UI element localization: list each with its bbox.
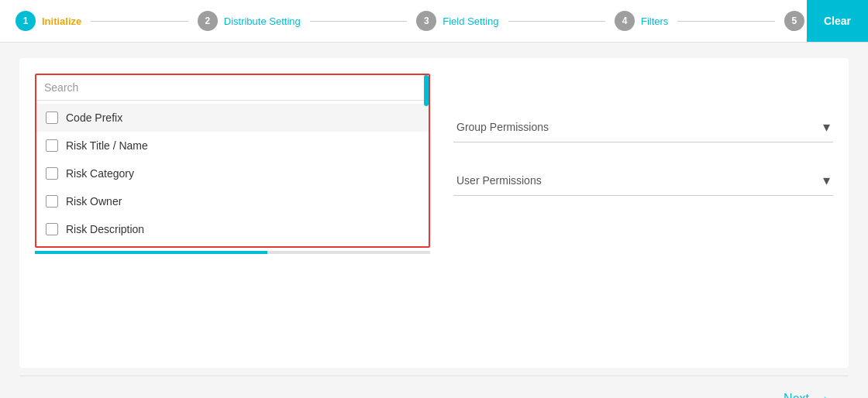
checkbox-risk-category[interactable] <box>46 167 58 180</box>
content-card: Code Prefix Risk Title / Name Risk Categ… <box>19 58 849 368</box>
checkbox-label: Risk Category <box>66 167 134 180</box>
step-3-circle: 3 <box>416 11 436 31</box>
checkbox-risk-description[interactable] <box>46 223 58 235</box>
checkbox-list: Code Prefix Risk Title / Name Risk Categ… <box>36 101 429 246</box>
list-item[interactable]: Risk Owner <box>36 187 429 215</box>
step-4-circle: 4 <box>615 11 635 31</box>
checkbox-label: Risk Title / Name <box>66 139 148 152</box>
user-permissions-arrow-icon: ▾ <box>823 172 830 189</box>
step-4-label: Filters <box>641 15 668 27</box>
step-4[interactable]: 4 Filters <box>615 11 668 31</box>
step-3-label: Field Setting <box>443 15 498 27</box>
list-item[interactable]: Code Prefix <box>36 104 429 132</box>
group-permissions-dropdown[interactable]: Group Permissions ▾ <box>453 112 833 142</box>
clear-button[interactable]: Clear <box>807 0 868 42</box>
main-content: Code Prefix Risk Title / Name Risk Categ… <box>0 43 868 398</box>
list-item[interactable]: Risk Description <box>36 215 429 243</box>
step-2[interactable]: 2 Distribute Setting <box>198 11 301 31</box>
user-permissions-row: User Permissions ▾ <box>453 166 833 196</box>
top-bar: 1 Initialize 2 Distribute Setting 3 Fiel… <box>0 0 868 43</box>
step-line-1 <box>91 21 188 22</box>
user-permissions-label: User Permissions <box>456 174 823 187</box>
step-1-circle: 1 <box>16 11 36 31</box>
checkbox-label: Code Prefix <box>66 112 122 124</box>
step-1-label: Initialize <box>42 15 81 27</box>
checkbox-risk-title[interactable] <box>46 139 58 152</box>
left-panel: Code Prefix Risk Title / Name Risk Categ… <box>35 74 430 254</box>
right-panel: Group Permissions ▾ User Permissions ▾ <box>453 74 833 254</box>
step-1[interactable]: 1 Initialize <box>16 11 81 31</box>
scroll-indicator <box>424 75 429 100</box>
list-item[interactable]: Risk Category <box>36 160 429 187</box>
list-item[interactable]: Risk Title / Name <box>36 132 429 160</box>
search-input-wrap <box>36 75 429 101</box>
card-inner: Code Prefix Risk Title / Name Risk Categ… <box>35 74 833 254</box>
progress-bar-fill <box>35 251 267 254</box>
next-label: Next <box>784 392 809 399</box>
progress-bar <box>35 251 430 254</box>
step-line-4 <box>677 21 774 22</box>
search-input[interactable] <box>44 81 421 94</box>
next-button[interactable]: Next → <box>784 390 829 398</box>
group-permissions-label: Group Permissions <box>456 121 823 133</box>
stepper: 1 Initialize 2 Distribute Setting 3 Fiel… <box>16 11 852 31</box>
dropdown-search-container: Code Prefix Risk Title / Name Risk Categ… <box>35 74 430 248</box>
checkbox-risk-owner[interactable] <box>46 195 58 208</box>
step-5-circle: 5 <box>784 11 804 31</box>
group-permissions-arrow-icon: ▾ <box>823 118 830 136</box>
step-line-2 <box>310 21 407 22</box>
user-permissions-dropdown[interactable]: User Permissions ▾ <box>453 166 833 196</box>
scroll-thumb <box>424 75 429 106</box>
step-2-label: Distribute Setting <box>224 15 301 27</box>
step-2-circle: 2 <box>198 11 218 31</box>
step-line-3 <box>508 21 605 22</box>
step-3[interactable]: 3 Field Setting <box>416 11 498 31</box>
group-permissions-row: Group Permissions ▾ <box>453 112 833 142</box>
checkbox-label: Risk Owner <box>66 195 122 208</box>
next-area: Next → <box>19 376 849 398</box>
checkbox-label: Risk Description <box>66 223 144 235</box>
next-arrow-icon: → <box>815 390 829 398</box>
checkbox-code-prefix[interactable] <box>46 112 58 124</box>
